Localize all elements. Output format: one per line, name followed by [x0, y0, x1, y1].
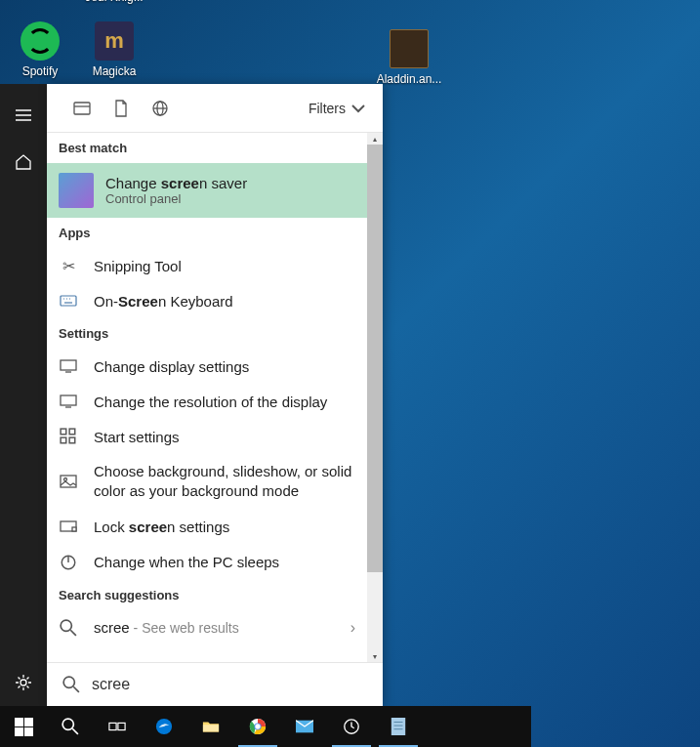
- svg-line-29: [70, 630, 76, 636]
- result-title: Change screen saver: [105, 175, 247, 191]
- result-title: Change the resolution of the display: [94, 394, 327, 410]
- scroll-down-icon[interactable]: ▾: [367, 650, 383, 662]
- result-title: Change display settings: [94, 358, 249, 375]
- taskbar-explorer[interactable]: [187, 706, 234, 747]
- svg-rect-4: [74, 103, 90, 114]
- image-icon: [59, 472, 78, 491]
- monitor-lock-icon: [59, 518, 78, 537]
- task-view-icon: [108, 718, 126, 735]
- svg-point-30: [63, 677, 74, 687]
- desktop-icon-jedi[interactable]: Jedi Knig...: [78, 0, 150, 4]
- folder-icon: [202, 718, 220, 735]
- result-snipping-tool[interactable]: ✂ Snipping Tool: [47, 248, 367, 283]
- section-apps: Apps: [47, 218, 367, 248]
- desktop-icon-label: Jedi Knig...: [78, 0, 150, 4]
- result-on-screen-keyboard[interactable]: On-Screen Keyboard: [47, 283, 367, 318]
- desktop-icon-label: Spotify: [4, 64, 76, 78]
- desktop-icon-magicka[interactable]: m Magicka: [78, 21, 150, 78]
- svg-rect-9: [61, 296, 76, 306]
- result-background[interactable]: Choose background, slideshow, or solid c…: [47, 454, 367, 510]
- result-best-match[interactable]: Change screen saver Control panel: [47, 163, 367, 218]
- home-icon[interactable]: [0, 139, 47, 186]
- svg-rect-35: [118, 723, 125, 729]
- svg-rect-34: [109, 723, 116, 729]
- svg-point-32: [62, 719, 73, 729]
- section-suggestions: Search suggestions: [47, 580, 367, 610]
- result-title: Choose background, slideshow, or solid c…: [94, 462, 355, 502]
- search-icon: [62, 676, 80, 693]
- task-view-button[interactable]: [94, 706, 141, 747]
- svg-rect-16: [61, 395, 76, 405]
- taskbar: [0, 706, 531, 747]
- result-title: Start settings: [94, 429, 180, 445]
- scrollbar-thumb[interactable]: [367, 145, 383, 572]
- search-header: Filters: [47, 84, 383, 133]
- result-display-settings[interactable]: Change display settings: [47, 349, 367, 384]
- start-button[interactable]: [0, 706, 47, 747]
- result-title: scree - See web results: [94, 619, 239, 636]
- search-results: Best match Change screen saver Control p…: [47, 133, 383, 662]
- svg-point-23: [64, 478, 67, 481]
- svg-line-33: [72, 728, 78, 734]
- tab-web-icon[interactable]: [141, 89, 180, 128]
- screensaver-icon: [59, 173, 94, 208]
- result-pc-sleep[interactable]: Change when the PC sleeps: [47, 545, 367, 580]
- search-input[interactable]: [92, 676, 367, 693]
- monitor-icon: [59, 356, 78, 376]
- monitor-icon: [59, 392, 78, 411]
- result-title: Change when the PC sleeps: [94, 554, 279, 570]
- filters-label: Filters: [309, 101, 346, 116]
- gear-icon[interactable]: [0, 659, 47, 706]
- chrome-icon: [249, 718, 267, 735]
- svg-point-3: [21, 680, 26, 685]
- spotify-icon: [21, 21, 60, 61]
- file-icon: [390, 29, 429, 68]
- start-sidebar: [0, 84, 47, 706]
- taskbar-search-button[interactable]: [47, 706, 94, 747]
- result-start-settings[interactable]: Start settings: [47, 419, 367, 454]
- taskbar-edge[interactable]: [141, 706, 187, 747]
- scissors-icon: ✂: [59, 256, 78, 275]
- result-title: Snipping Tool: [94, 258, 182, 274]
- mail-icon: [296, 718, 313, 735]
- result-title: On-Screen Keyboard: [94, 293, 233, 310]
- result-web-suggestion[interactable]: scree - See web results ›: [47, 610, 367, 645]
- tab-documents-icon[interactable]: [102, 89, 141, 128]
- result-lock-screen[interactable]: Lock screen settings: [47, 510, 367, 545]
- desktop-icon-spotify[interactable]: Spotify: [4, 21, 76, 78]
- section-best-match: Best match: [47, 133, 367, 163]
- edge-icon: [155, 718, 173, 735]
- filters-button[interactable]: Filters: [309, 100, 367, 117]
- scroll-up-icon[interactable]: ▴: [367, 133, 383, 145]
- result-subtitle: Control panel: [105, 191, 247, 206]
- svg-line-31: [73, 686, 79, 692]
- svg-rect-18: [61, 429, 66, 435]
- scrollbar[interactable]: ▴ ▾: [367, 133, 383, 662]
- chevron-right-icon: ›: [350, 619, 355, 637]
- hamburger-icon[interactable]: [0, 92, 47, 139]
- svg-rect-25: [72, 527, 76, 531]
- power-icon: [59, 553, 78, 572]
- svg-rect-21: [69, 437, 75, 443]
- result-resolution[interactable]: Change the resolution of the display: [47, 384, 367, 419]
- svg-rect-37: [203, 725, 219, 731]
- section-settings: Settings: [47, 318, 367, 349]
- taskbar-chrome[interactable]: [234, 706, 281, 747]
- result-title: Lock screen settings: [94, 519, 229, 535]
- windows-logo-icon: [15, 718, 33, 736]
- desktop-icon-label: Magicka: [78, 64, 150, 78]
- search-box[interactable]: [47, 662, 383, 706]
- svg-rect-22: [61, 476, 76, 487]
- grid-icon: [59, 427, 78, 446]
- svg-point-28: [61, 620, 71, 631]
- svg-rect-19: [69, 429, 75, 435]
- search-panel: Filters Best match Change screen saver C…: [47, 84, 383, 706]
- taskbar-notepad[interactable]: [375, 706, 422, 747]
- desktop-icon-aladdin[interactable]: Aladdin.an...: [373, 29, 445, 86]
- search-icon: [62, 718, 79, 735]
- notepad-icon: [390, 718, 407, 735]
- taskbar-clock[interactable]: [328, 706, 375, 747]
- tab-apps-icon[interactable]: [62, 89, 102, 128]
- taskbar-mail[interactable]: [281, 706, 328, 747]
- magicka-icon: m: [95, 21, 134, 61]
